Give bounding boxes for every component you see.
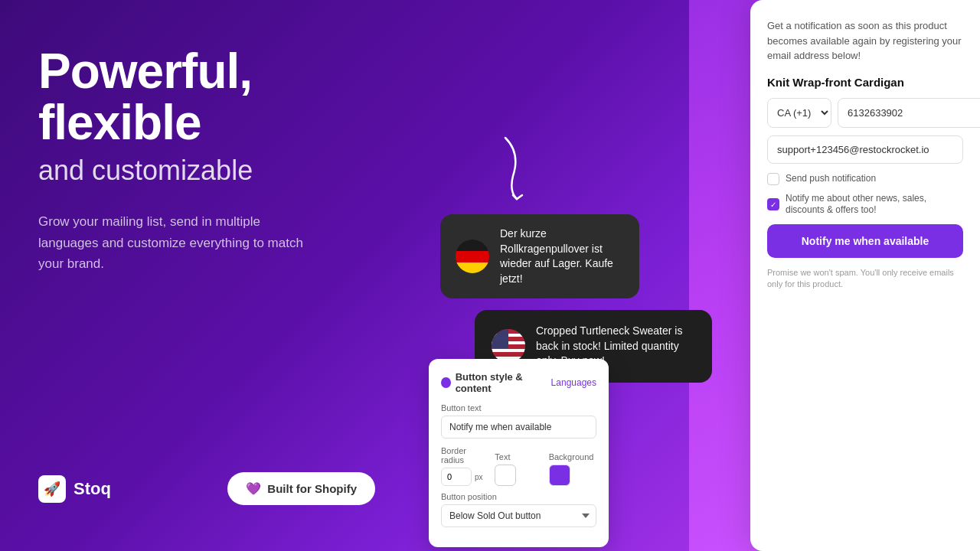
- brand-icon: 🚀: [38, 475, 66, 503]
- button-text-label: Button text: [441, 403, 596, 412]
- hero-subtitle: and customizable: [38, 155, 375, 187]
- border-radius-label: Border radius: [441, 446, 488, 465]
- bg-color-box[interactable]: [549, 465, 570, 486]
- email-input[interactable]: [767, 135, 963, 164]
- left-section: Powerful, flexible and customizable Grow…: [0, 0, 413, 551]
- news-checkbox[interactable]: ✓: [767, 198, 779, 210]
- text-color-box[interactable]: [495, 465, 516, 486]
- settings-icon: [441, 377, 451, 388]
- phone-number-input[interactable]: [838, 98, 980, 128]
- hero-title-line2: flexible: [38, 97, 375, 148]
- hero-title-line1: Powerful,: [38, 46, 375, 97]
- phone-country-select[interactable]: CA (+1): [767, 98, 831, 128]
- button-position-label: Button position: [441, 492, 596, 501]
- middle-section: Der kurze Rollkragenpullover ist wieder …: [413, 0, 743, 551]
- arrow-decoration: [475, 130, 536, 210]
- news-checkbox-label: Notify me about other news, sales, disco…: [786, 193, 963, 217]
- card-section-title: Button style & content: [441, 371, 551, 394]
- shopify-button-label: Built for Shopify: [267, 482, 357, 495]
- text-color-label: Text: [495, 452, 542, 461]
- phone-row: CA (+1): [767, 98, 963, 128]
- heart-icon: 💜: [246, 481, 261, 496]
- german-flag: [456, 240, 489, 273]
- brand-logo: 🚀 Stoq: [38, 475, 111, 503]
- german-bubble-text: Der kurze Rollkragenpullover ist wieder …: [500, 227, 624, 286]
- hero-description: Grow your mailing list, send in multiple…: [38, 211, 322, 274]
- shopify-button[interactable]: 💜 Built for Shopify: [227, 472, 375, 505]
- push-notification-row: Send push notification: [767, 173, 963, 185]
- button-position-select[interactable]: Below Sold Out button: [441, 504, 596, 527]
- promise-text: Promise we won't spam. You'll only recei…: [767, 267, 963, 291]
- button-text-input[interactable]: [441, 416, 596, 439]
- bg-color-label: Background: [549, 452, 596, 461]
- languages-link[interactable]: Languages: [551, 377, 596, 388]
- button-style-card: Button style & content Languages Button …: [429, 359, 609, 547]
- product-title: Knit Wrap-front Cardigan: [767, 76, 963, 89]
- push-notification-checkbox[interactable]: [767, 173, 779, 185]
- brand-name: Stoq: [74, 479, 111, 499]
- german-notification-bubble: Der kurze Rollkragenpullover ist wieder …: [440, 214, 639, 298]
- notification-panel: Get a notification as soon as this produ…: [750, 0, 980, 551]
- push-notification-label: Send push notification: [786, 173, 876, 185]
- notify-button[interactable]: Notify me when available: [767, 224, 963, 258]
- us-flag: [492, 329, 525, 363]
- px-unit: px: [475, 473, 483, 481]
- news-checkbox-row: ✓ Notify me about other news, sales, dis…: [767, 193, 963, 217]
- border-radius-input[interactable]: [441, 468, 472, 486]
- notification-description: Get a notification as soon as this produ…: [767, 18, 963, 64]
